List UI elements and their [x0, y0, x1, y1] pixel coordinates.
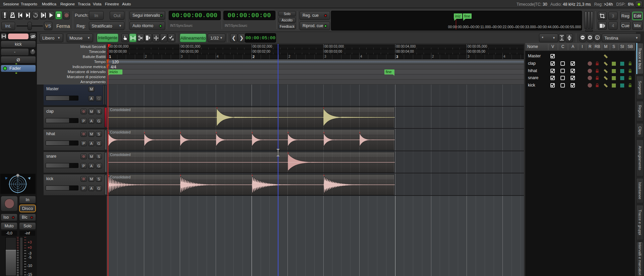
svg-text:[]: []	[596, 36, 598, 39]
